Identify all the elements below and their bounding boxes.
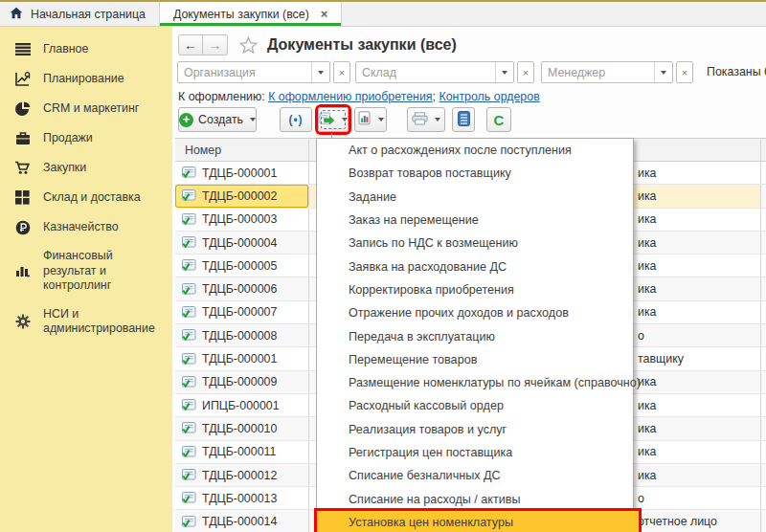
menu-item[interactable]: Установка цен номенклатуры (317, 511, 639, 532)
column-header-number[interactable]: Номер (175, 139, 309, 161)
sidebar-item-label: Финансовый результат и контроллинг (43, 249, 165, 294)
tab-bar: Начальная страница Документы закупки (вс… (0, 0, 766, 27)
refresh-button[interactable]: C (486, 107, 511, 132)
app-window: Начальная страница Документы закупки (вс… (0, 0, 766, 532)
number-cell[interactable]: ТДЦБ-000010 (175, 417, 309, 439)
menu-item[interactable]: Перемещение товаров (317, 348, 633, 371)
menu-item[interactable]: Отражение прочих доходов и расходов (317, 301, 633, 324)
back-arrow-icon: ← (184, 37, 197, 53)
sidebar-item-sales[interactable]: Продажи (0, 123, 172, 153)
number-cell[interactable]: ТДЦБ-000008 (175, 324, 309, 346)
number-cell[interactable]: ТДЦБ-000001 (175, 162, 309, 184)
sidebar-item-finance[interactable]: Финансовый результат и контроллинг (0, 242, 172, 300)
number-cell[interactable]: ТДЦБ-000006 (175, 277, 309, 299)
menu-item[interactable]: Размещение номенклатуры по ячейкам (спра… (317, 371, 633, 394)
number-cell[interactable]: ТДЦБ-000001 (175, 347, 309, 369)
edge-cell (761, 371, 766, 393)
document-check-icon (181, 422, 196, 434)
related-documents-button[interactable]: (•) (280, 107, 312, 132)
menu-item[interactable]: Заказ на перемещение (317, 209, 633, 232)
detail-fragment: ика (638, 399, 657, 412)
menu-item[interactable]: Расходный кассовый ордер (317, 394, 633, 417)
sidebar-item-purchases[interactable]: Закупки (0, 153, 172, 183)
edge-cell (761, 162, 766, 184)
home-icon (10, 7, 23, 22)
document-check-icon (181, 213, 196, 226)
list-view-button[interactable] (452, 107, 475, 132)
organization-input[interactable] (178, 62, 311, 82)
edge-cell (761, 232, 766, 254)
document-green-arrow-icon (319, 112, 335, 128)
menu-item[interactable]: Задание (317, 186, 633, 209)
page-title: Документы закупки (все) (267, 36, 457, 54)
sidebar-item-label: CRM и маркетинг (43, 101, 139, 117)
menu-item[interactable]: Корректировка приобретения (317, 278, 633, 301)
number-cell[interactable]: ТДЦБ-000011 (175, 441, 309, 463)
chevron-down-icon (435, 118, 440, 122)
chevron-down-icon[interactable] (495, 62, 513, 82)
chevron-down-icon[interactable] (311, 62, 329, 82)
detail-fragment: тавщику (638, 352, 684, 366)
chevron-down-icon (342, 118, 348, 122)
chevron-down-icon[interactable] (654, 62, 672, 82)
close-icon[interactable]: × (321, 7, 328, 21)
favorite-star-icon[interactable] (239, 36, 258, 54)
sidebar-item-planning[interactable]: Планирование (0, 64, 172, 94)
menu-item[interactable]: Регистрация цен поставщика (317, 441, 633, 464)
to-process-purchases-link[interactable]: К оформлению приобретения (268, 90, 432, 103)
sidebar-item-label: НСИ и администрирование (43, 307, 165, 337)
clear-icon[interactable]: × (676, 61, 693, 83)
menu-item[interactable]: Списание безналичных ДС (317, 464, 633, 487)
document-check-icon (181, 283, 196, 296)
number-cell[interactable]: ТДЦБ-000003 (175, 209, 309, 231)
print-button[interactable] (407, 107, 445, 132)
sidebar-item-main[interactable]: Главное (0, 34, 172, 64)
tab-purchase-documents[interactable]: Документы закупки (все) × (159, 2, 343, 26)
document-check-icon (181, 446, 196, 458)
edge-cell (761, 324, 766, 346)
manager-input[interactable] (542, 62, 654, 82)
sidebar-item-warehouse[interactable]: Склад и доставка (0, 183, 172, 212)
menu-item[interactable]: Реализация товаров и услуг (317, 418, 633, 441)
order-control-link[interactable]: Контроль ордеров (439, 90, 539, 103)
number-cell[interactable]: ТДЦБ-000005 (175, 255, 309, 277)
clear-icon[interactable]: × (333, 61, 350, 83)
menu-item[interactable]: Передача в эксплуатацию (317, 324, 633, 347)
chevron-down-icon (378, 118, 384, 122)
document-check-icon (181, 376, 196, 388)
tab-home[interactable]: Начальная страница (0, 2, 159, 26)
menu-item-label: Заявка на расходование ДС (349, 260, 507, 274)
number-cell[interactable]: ТДЦБ-000007 (175, 301, 309, 323)
create-based-on-button[interactable] (318, 107, 349, 132)
sidebar: Главное Планирование CRM и маркетинг Про… (0, 27, 172, 532)
number-cell[interactable]: ТДЦБ-000012 (175, 464, 309, 486)
toolbar: + Создать (•) (172, 107, 766, 134)
menu-item[interactable]: Акт о расхождениях после поступления (317, 139, 633, 162)
number-cell[interactable]: ТДЦБ-000002 (175, 185, 309, 207)
sidebar-item-crm[interactable]: CRM и маркетинг (0, 94, 172, 123)
back-button[interactable]: ← (178, 34, 203, 55)
create-button[interactable]: + Создать (178, 107, 257, 132)
clear-icon[interactable]: × (517, 61, 534, 83)
document-number: ТДЦБ-000002 (202, 189, 277, 203)
warehouse-input[interactable] (356, 62, 495, 82)
document-number: ТДЦБ-000008 (202, 329, 277, 343)
sidebar-item-admin[interactable]: НСИ и администрирование (0, 300, 172, 344)
menu-item[interactable]: Запись по НДС к возмещению (317, 232, 633, 255)
forward-button[interactable]: → (203, 34, 228, 55)
menu-item[interactable]: Заявка на расходование ДС (317, 255, 633, 277)
document-check-icon (181, 329, 196, 342)
number-cell[interactable]: ТДЦБ-000014 (175, 510, 309, 532)
number-cell[interactable]: ТДЦБ-000004 (175, 232, 309, 254)
number-cell[interactable]: ТДЦБ-000009 (175, 371, 309, 393)
parentheses-dot-icon: (•) (288, 113, 303, 126)
detail-fragment: ика (638, 422, 657, 435)
menu-item[interactable]: Возврат товаров поставщику (317, 162, 633, 185)
to-process-row: К оформлению: К оформлению приобретения;… (178, 90, 540, 105)
number-cell[interactable]: ИПЦБ-000001 (175, 394, 309, 416)
reports-button[interactable] (354, 107, 387, 132)
menu-item[interactable]: Списание на расходы / активы (317, 487, 633, 510)
number-cell[interactable]: ТДЦБ-000013 (175, 487, 309, 509)
sidebar-item-treasury[interactable]: Казначейство (0, 212, 172, 242)
detail-fragment: ика (638, 469, 657, 482)
